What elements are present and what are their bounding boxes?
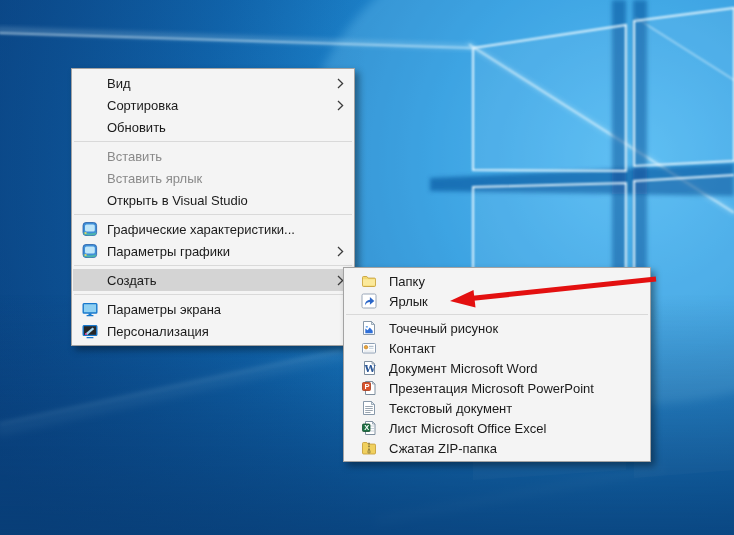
chevron-right-icon (337, 100, 344, 111)
menu-item-view[interactable]: Вид (73, 72, 353, 94)
bitmap-icon (361, 320, 377, 336)
icon-slot-empty (82, 148, 98, 164)
menu-item-new-bitmap-image[interactable]: Точечный рисунок (345, 318, 649, 338)
menu-item-label: Параметры графики (107, 244, 230, 259)
menu-item-new-excel-sheet[interactable]: XЛист Microsoft Office Excel (345, 418, 649, 438)
menu-item-graphics-options[interactable]: Параметры графики (73, 240, 353, 262)
menu-item-label: Вставить ярлык (107, 171, 202, 186)
menu-item-label: Точечный рисунок (389, 321, 498, 336)
menu-item-label: Создать (107, 273, 156, 288)
icon-slot-empty (82, 170, 98, 186)
menu-separator (74, 265, 352, 266)
icon-slot-empty (82, 75, 98, 91)
menu-item-label: Папку (389, 274, 425, 289)
menu-item-create-new[interactable]: Создать (73, 269, 353, 291)
menu-separator (74, 214, 352, 215)
menu-item-refresh[interactable]: Обновить (73, 116, 353, 138)
icon-slot-empty (82, 97, 98, 113)
menu-item-label: Лист Microsoft Office Excel (389, 421, 546, 436)
intel-graphics-icon (82, 243, 98, 259)
menu-item-label: Контакт (389, 341, 436, 356)
menu-item-personalization[interactable]: Персонализация (73, 320, 353, 342)
contact-icon (361, 340, 377, 356)
menu-item-label: Персонализация (107, 324, 209, 339)
display-settings-icon (82, 301, 98, 317)
zip-icon (361, 440, 377, 456)
shortcut-icon (361, 293, 377, 309)
menu-item-label: Вставить (107, 149, 162, 164)
svg-text:W: W (364, 363, 377, 374)
menu-item-label: Ярлык (389, 294, 428, 309)
menu-item-label: Параметры экрана (107, 302, 221, 317)
menu-item-graphics-properties[interactable]: Графические характеристики... (73, 218, 353, 240)
menu-item-label: Обновить (107, 120, 166, 135)
menu-item-label: Презентация Microsoft PowerPoint (389, 381, 594, 396)
menu-item-paste: Вставить (73, 145, 353, 167)
menu-item-display-settings[interactable]: Параметры экрана (73, 298, 353, 320)
menu-item-new-powerpoint-presentation[interactable]: PПрезентация Microsoft PowerPoint (345, 378, 649, 398)
menu-separator (74, 294, 352, 295)
personalization-icon (82, 323, 98, 339)
excel-icon: X (361, 420, 377, 436)
menu-item-label: Вид (107, 76, 131, 91)
intel-graphics-icon (82, 221, 98, 237)
icon-slot-empty (82, 119, 98, 135)
menu-item-label: Графические характеристики... (107, 222, 295, 237)
chevron-right-icon (337, 246, 344, 257)
powerpoint-icon: P (361, 380, 377, 396)
menu-item-new-folder[interactable]: Папку (345, 271, 649, 291)
menu-item-open-in-visual-studio[interactable]: Открыть в Visual Studio (73, 189, 353, 211)
menu-item-label: Текстовый документ (389, 401, 512, 416)
menu-item-label: Открыть в Visual Studio (107, 193, 248, 208)
word-icon: W (361, 360, 377, 376)
text-icon (361, 400, 377, 416)
icon-slot-empty (82, 272, 98, 288)
menu-item-new-zip-folder[interactable]: Сжатая ZIP-папка (345, 438, 649, 458)
svg-text:P: P (365, 382, 370, 391)
menu-separator (74, 141, 352, 142)
chevron-right-icon (337, 78, 344, 89)
menu-item-label: Сжатая ZIP-папка (389, 441, 497, 456)
menu-item-new-shortcut[interactable]: Ярлык (345, 291, 649, 311)
menu-item-paste-shortcut: Вставить ярлык (73, 167, 353, 189)
folder-icon (361, 273, 377, 289)
menu-separator (346, 314, 648, 315)
desktop-context-menu: ВидСортировкаОбновитьВставитьВставить яр… (71, 68, 355, 346)
menu-item-new-text-document[interactable]: Текстовый документ (345, 398, 649, 418)
menu-item-label: Сортировка (107, 98, 178, 113)
icon-slot-empty (82, 192, 98, 208)
svg-text:X: X (364, 423, 369, 432)
create-submenu: ПапкуЯрлыкТочечный рисунокКонтактWДокуме… (343, 267, 651, 462)
desktop[interactable]: ВидСортировкаОбновитьВставитьВставить яр… (0, 0, 734, 535)
menu-item-new-contact[interactable]: Контакт (345, 338, 649, 358)
menu-item-label: Документ Microsoft Word (389, 361, 537, 376)
menu-item-sort[interactable]: Сортировка (73, 94, 353, 116)
menu-item-new-word-document[interactable]: WДокумент Microsoft Word (345, 358, 649, 378)
